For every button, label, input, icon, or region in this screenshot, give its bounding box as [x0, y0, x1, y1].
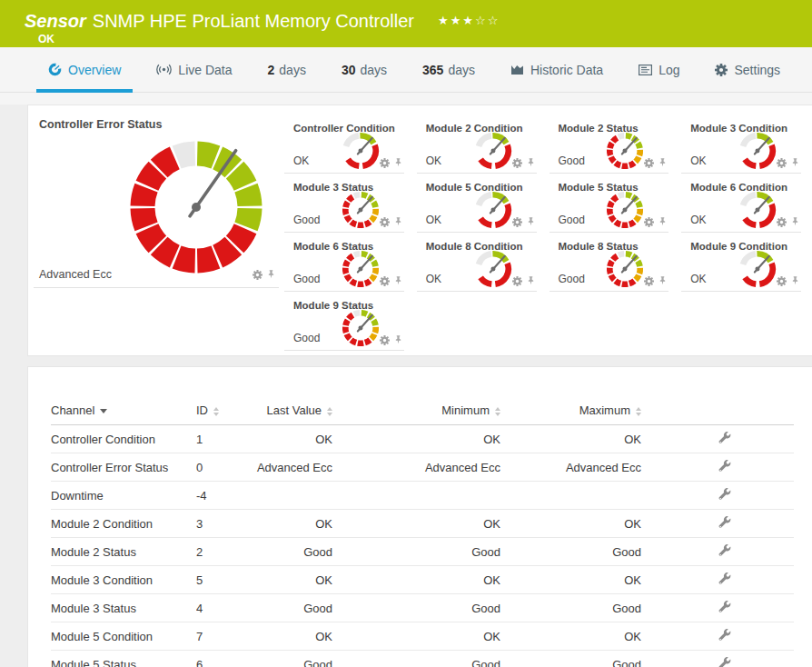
cell-last: OK [251, 566, 332, 594]
gear-icon[interactable] [777, 158, 787, 168]
channel-settings-icon[interactable] [718, 572, 731, 585]
channel-settings-icon[interactable] [718, 544, 731, 557]
column-header-maximum[interactable]: Maximum [500, 398, 641, 425]
gauge-module-3-condition[interactable]: Module 3 ConditionOK [679, 114, 812, 174]
gear-icon[interactable] [512, 158, 522, 168]
channels-table: ChannelIDLast ValueMinimumMaximum Contro… [51, 398, 794, 667]
page-title: SensorSNMP HPE ProLiant Memory Controlle… [25, 7, 500, 32]
priority-stars[interactable]: ★★★☆☆ [438, 7, 500, 32]
cell-channel: Module 2 Status [51, 538, 196, 566]
status-gauge [605, 190, 645, 230]
channel-settings-icon[interactable] [718, 488, 731, 501]
channel-settings-icon[interactable] [718, 657, 731, 667]
gauge-module-8-status[interactable]: Module 8 StatusGood [548, 233, 680, 292]
gauge-module-5-status[interactable]: Module 5 StatusGood [548, 174, 680, 233]
gauge-module-6-condition[interactable]: Module 6 ConditionOK [679, 174, 812, 233]
gauge-icon [48, 63, 62, 76]
channel-settings-icon[interactable] [718, 460, 731, 473]
pin-icon[interactable] [527, 158, 535, 168]
cell-max: Good [500, 538, 641, 566]
gear-icon[interactable] [777, 276, 787, 286]
channel-settings-icon[interactable] [718, 432, 731, 444]
condition-gauge [473, 190, 513, 230]
table-row-module-2-status: Module 2 Status2GoodGoodGood [51, 538, 794, 566]
pin-icon[interactable] [791, 217, 799, 227]
channel-settings-icon[interactable] [718, 629, 731, 642]
gear-icon[interactable] [644, 276, 654, 286]
star-empty-icon[interactable]: ☆ [488, 14, 500, 27]
tab-overview[interactable]: Overview [36, 47, 133, 92]
tab-30-days[interactable]: 30days [330, 47, 399, 92]
tab-365-days[interactable]: 365days [411, 47, 487, 92]
star-filled-icon[interactable]: ★ [438, 14, 451, 27]
cell-id: 3 [196, 510, 251, 538]
gauge-value: OK [690, 154, 706, 167]
gear-icon[interactable] [644, 158, 654, 168]
gauge-module-8-condition[interactable]: Module 8 ConditionOK [415, 233, 548, 292]
column-header-minimum[interactable]: Minimum [332, 398, 500, 425]
tab-live-data[interactable]: Live Data [144, 47, 243, 92]
gauge-module-6-status[interactable]: Module 6 StatusGood [282, 233, 415, 292]
pin-icon[interactable] [527, 276, 535, 286]
star-filled-icon[interactable]: ★ [451, 14, 463, 27]
pin-icon[interactable] [527, 217, 535, 227]
gauge-module-9-status[interactable]: Module 9 StatusGood [282, 292, 415, 351]
pin-icon[interactable] [267, 270, 275, 280]
star-filled-icon[interactable]: ★ [462, 14, 475, 27]
channel-settings-icon[interactable] [718, 516, 731, 529]
pin-icon[interactable] [659, 158, 667, 168]
tab-historic-data[interactable]: Historic Data [499, 47, 615, 92]
gauge-controller-error-status[interactable]: Controller Error Status Advanced Ecc [28, 105, 282, 355]
cell-last: Good [251, 538, 332, 566]
controller-error-status-gauge [125, 136, 267, 282]
gauge-module-2-status[interactable]: Module 2 StatusGood [548, 114, 680, 174]
pin-icon[interactable] [659, 276, 667, 286]
star-empty-icon[interactable]: ☆ [475, 14, 488, 27]
gear-icon[interactable] [777, 217, 787, 227]
gear-icon[interactable] [380, 276, 390, 286]
condition-gauge [738, 131, 777, 171]
gauge-grid: Controller ConditionOKModule 2 Condition… [282, 105, 812, 355]
sensor-status-text: OK [38, 33, 500, 45]
table-row-module-3-condition: Module 3 Condition5OKOKOK [51, 566, 794, 594]
column-header-channel[interactable]: Channel [51, 398, 196, 425]
gauge-value: OK [690, 214, 706, 226]
channel-settings-icon[interactable] [718, 601, 731, 613]
pin-icon[interactable] [394, 276, 402, 286]
gauge-module-3-status[interactable]: Module 3 StatusGood [282, 174, 415, 233]
gauge-title: Controller Error Status [39, 118, 162, 131]
cell-channel: Module 5 Condition [51, 622, 196, 651]
gauge-value: Good [293, 332, 320, 344]
gear-icon[interactable] [512, 276, 522, 286]
tab-settings[interactable]: Settings [703, 47, 792, 92]
table-row-module-5-condition: Module 5 Condition7OKOKOK [51, 622, 794, 651]
condition-gauge [738, 249, 777, 289]
cell-last: OK [251, 425, 332, 453]
gauge-module-5-condition[interactable]: Module 5 ConditionOK [415, 174, 548, 233]
gear-icon[interactable] [512, 217, 522, 227]
pin-icon[interactable] [791, 276, 799, 286]
gauge-controller-condition[interactable]: Controller ConditionOK [282, 114, 415, 174]
cell-id: -4 [196, 482, 251, 510]
log-icon [639, 65, 652, 75]
cell-id: 0 [196, 453, 251, 482]
pin-icon[interactable] [394, 217, 402, 227]
pin-icon[interactable] [659, 217, 667, 227]
gear-icon[interactable] [380, 158, 390, 168]
sort-icon [327, 407, 332, 416]
column-header-id[interactable]: ID [196, 398, 251, 425]
gear-icon[interactable] [644, 217, 654, 227]
gear-icon[interactable] [380, 217, 390, 227]
gauge-module-2-condition[interactable]: Module 2 ConditionOK [415, 114, 548, 174]
gauge-module-9-condition[interactable]: Module 9 ConditionOK [679, 233, 812, 292]
condition-gauge [473, 249, 513, 289]
column-header-last-value[interactable]: Last Value [251, 398, 332, 425]
pin-icon[interactable] [394, 335, 402, 345]
tab-2-days[interactable]: 2days [256, 47, 318, 92]
tab-log[interactable]: Log [627, 47, 691, 92]
gauge-value: OK [426, 154, 441, 167]
pin-icon[interactable] [791, 158, 799, 168]
gear-icon[interactable] [380, 335, 390, 345]
pin-icon[interactable] [394, 158, 402, 168]
gear-icon[interactable] [253, 270, 262, 280]
